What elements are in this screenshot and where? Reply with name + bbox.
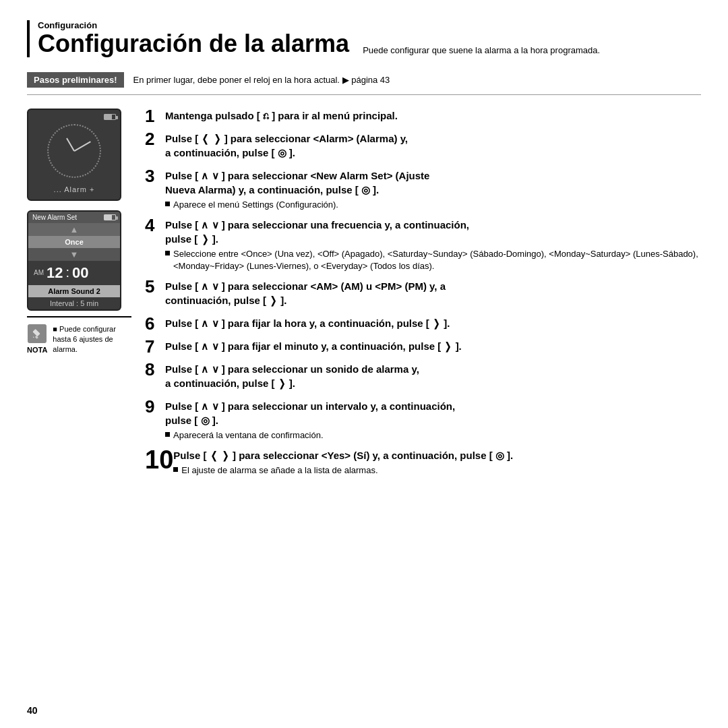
svg-rect-0 <box>35 335 38 338</box>
clock-hand-minute <box>74 141 91 151</box>
breadcrumb-section: Configuración Configuración de la alarma… <box>27 20 701 57</box>
step-note-4: Seleccione entre <Once> (Una vez), <Off>… <box>165 248 701 272</box>
step-main-3: Pulse [ ∧ ∨ ] para seleccionar <New Alar… <box>165 169 701 197</box>
step-content-2: Pulse [ ❬ ❭ ] para seleccionar <Alarm> (… <box>165 131 701 162</box>
step-content-6: Pulse [ ∧ ∨ ] para fijar la hora y, a co… <box>165 316 701 332</box>
ds2-hour: 12 <box>47 264 63 282</box>
step-num-3: 3 <box>145 167 165 185</box>
step-num-6: 6 <box>145 315 165 332</box>
main-content: ... Alarm + New Alarm Set ▲ Once <box>27 109 701 484</box>
step-main-4: Pulse [ ∧ ∨ ] para seleccionar una frecu… <box>165 218 701 246</box>
header-section: Configuración Configuración de la alarma… <box>27 20 701 60</box>
step-content-3: Pulse [ ∧ ∨ ] para seleccionar <New Alar… <box>165 169 701 211</box>
step-content-8: Pulse [ ∧ ∨ ] para seleccionar un sonido… <box>165 362 701 392</box>
device-screen-1: ... Alarm + <box>27 109 121 201</box>
step-7: 7 Pulse [ ∧ ∨ ] para fijar el minuto y, … <box>145 339 701 355</box>
ds2-am-label: AM <box>34 269 44 276</box>
ds2-interval: Interval : 5 min <box>28 297 120 309</box>
page-category: Configuración <box>38 20 600 30</box>
ds2-header: New Alarm Set <box>28 212 120 223</box>
step-num-5: 5 <box>145 278 165 295</box>
alarm-label: ... Alarm + <box>32 183 116 195</box>
ds2-alarm-sound: Alarm Sound 2 <box>28 285 120 297</box>
page-number: 40 <box>27 705 38 716</box>
bullet-sq <box>165 202 170 206</box>
note-bullet: ■ <box>53 325 57 333</box>
step-content-5: Pulse [ ∧ ∨ ] para seleccionar <AM> (AM)… <box>165 279 701 309</box>
step-main-8: Pulse [ ∧ ∨ ] para seleccionar un sonido… <box>165 362 701 390</box>
step-1: 1 Mantenga pulsado [ ⎌ ] para ir al menú… <box>145 109 701 125</box>
ds2-time-row: AM 12 : 00 <box>28 261 120 285</box>
step-main-10: Pulse [ ❬ ❭ ] para seleccionar <Yes> (Sí… <box>173 448 701 462</box>
note-icon-col: NOTA <box>27 324 47 354</box>
device-screen-2: New Alarm Set ▲ Once ▼ AM <box>27 210 121 311</box>
step-10: 10 Pulse [ ❬ ❭ ] para seleccionar <Yes> … <box>145 448 701 477</box>
step-num-2: 2 <box>145 130 165 148</box>
ds2-battery-icon <box>104 214 116 220</box>
step-main-1: Mantenga pulsado [ ⎌ ] para ir al menú p… <box>165 109 701 123</box>
step-5: 5 Pulse [ ∧ ∨ ] para seleccionar <AM> (A… <box>145 279 701 309</box>
step-3: 3 Pulse [ ∧ ∨ ] para seleccionar <New Al… <box>145 169 701 211</box>
step-4: 4 Pulse [ ∧ ∨ ] para seleccionar una fre… <box>145 218 701 272</box>
prereq-text: En primer lugar, debe poner el reloj en … <box>133 75 390 85</box>
ds2-frequency: Once <box>65 238 84 246</box>
bullet-sq-10 <box>173 467 178 472</box>
page-title: Configuración de la alarma <box>38 30 349 57</box>
ds2-colon: : <box>65 265 69 280</box>
device-top-bar-1 <box>32 114 116 120</box>
prereq-bar: Pasos preliminares! En primer lugar, deb… <box>27 72 701 95</box>
step-8: 8 Pulse [ ∧ ∨ ] para seleccionar un soni… <box>145 362 701 392</box>
step-main-6: Pulse [ ∧ ∨ ] para fijar la hora y, a co… <box>165 316 701 330</box>
ds2-minute: 00 <box>72 264 88 282</box>
page-subtitle: Puede configurar que suene la alarma a l… <box>363 44 600 57</box>
bullet-sq-4 <box>165 251 170 255</box>
step-main-9: Pulse [ ∧ ∨ ] para seleccionar un interv… <box>165 399 701 427</box>
step-main-7: Pulse [ ∧ ∨ ] para fijar el minuto y, a … <box>165 339 701 353</box>
step-6: 6 Pulse [ ∧ ∨ ] para fijar la hora y, a … <box>145 316 701 332</box>
step-note-3: Aparece el menú Settings (Configuración)… <box>165 199 701 211</box>
step-num-8: 8 <box>145 361 165 378</box>
step-content-9: Pulse [ ∧ ∨ ] para seleccionar un interv… <box>165 399 701 442</box>
clock-hand-hour <box>66 138 75 151</box>
svg-marker-1 <box>33 336 34 338</box>
clock-face <box>47 124 101 178</box>
step-content-1: Mantenga pulsado [ ⎌ ] para ir al menú p… <box>165 109 701 125</box>
battery-icon <box>104 114 116 120</box>
note-content: ■ Puede configurar hasta 6 ajustes de al… <box>53 324 131 355</box>
step-num-10: 10 <box>145 447 173 473</box>
step-num-4: 4 <box>145 216 165 234</box>
left-col: ... Alarm + New Alarm Set ▲ Once <box>27 109 131 484</box>
prereq-label: Pasos preliminares! <box>27 72 124 88</box>
step-9: 9 Pulse [ ∧ ∨ ] para seleccionar un inte… <box>145 399 701 442</box>
step-num-9: 9 <box>145 398 165 415</box>
page-container: Configuración Configuración de la alarma… <box>0 0 728 728</box>
svg-rect-2 <box>33 329 40 336</box>
step-2: 2 Pulse [ ❬ ❭ ] para seleccionar <Alarm>… <box>145 131 701 162</box>
nota-label: NOTA <box>27 346 47 354</box>
bullet-sq-9 <box>165 432 170 437</box>
note-text: Puede configurar hasta 6 ajustes de alar… <box>53 325 116 354</box>
step-note-10: El ajuste de alarma se añade a la lista … <box>173 464 701 477</box>
step-content-4: Pulse [ ∧ ∨ ] para seleccionar una frecu… <box>165 218 701 272</box>
step-num-1: 1 <box>145 107 165 125</box>
ds2-frequency-row: Once <box>28 236 120 248</box>
right-col: 1 Mantenga pulsado [ ⎌ ] para ir al menú… <box>145 109 701 484</box>
ds2-header-text: New Alarm Set <box>32 214 77 221</box>
note-box: NOTA ■ Puede configurar hasta 6 ajustes … <box>27 316 131 355</box>
step-main-2: Pulse [ ❬ ❭ ] para seleccionar <Alarm> (… <box>165 131 701 160</box>
step-num-7: 7 <box>145 338 165 355</box>
step-main-5: Pulse [ ∧ ∨ ] para seleccionar <AM> (AM)… <box>165 279 701 307</box>
step-content-7: Pulse [ ∧ ∨ ] para fijar el minuto y, a … <box>165 339 701 355</box>
step-note-9: Aparecerá la ventana de confirmación. <box>165 429 701 442</box>
pencil-icon <box>28 324 47 343</box>
step-content-10: Pulse [ ❬ ❭ ] para seleccionar <Yes> (Sí… <box>173 448 701 477</box>
